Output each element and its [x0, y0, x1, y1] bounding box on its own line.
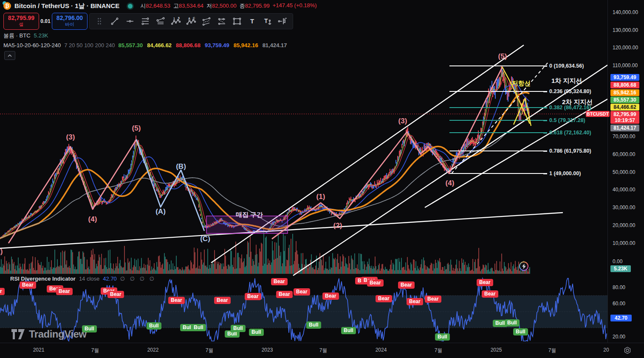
ohlc-item: 고83,534.64 [173, 2, 203, 10]
fib-level-label: 0.618 (72,162.40) [549, 130, 591, 136]
rsi-bear-label: Bear [0, 288, 5, 295]
chart-label: (A) [155, 207, 166, 216]
price-axis[interactable]: 140,000.00130,000.00120,000.00110,000.00… [607, 0, 644, 343]
buy-button[interactable]: 82,796.00 바이 [52, 13, 88, 30]
fib-level-label: 0.236 (95,324.80) [549, 88, 591, 94]
ma-legend[interactable]: MA5-10-20-60-120-240 7 20 50 100 200 240… [3, 42, 291, 48]
boost-button[interactable] [519, 261, 528, 271]
elliott-correction-wave-icon[interactable]: AC [185, 15, 198, 27]
time-tick: 7월 [206, 347, 214, 354]
rsi-bear-label: Bear [294, 288, 310, 295]
buy-price: 82,796.00 [56, 15, 83, 21]
rsi-bear-label: Bear [245, 293, 261, 300]
spread-value: 0.01 [39, 18, 52, 24]
ma-value: 93,759.49 [205, 42, 229, 48]
rsi-bear-label: Bear [376, 295, 392, 302]
time-tick: 2022 [147, 347, 159, 353]
rectangle-icon[interactable] [231, 15, 243, 27]
rsi-bull-label: Bull [191, 324, 206, 331]
volume-value: 5.23K [34, 32, 48, 39]
sell-label: 셀 [19, 21, 24, 28]
ma-value: 85,942.16 [234, 42, 258, 48]
bars-pattern-icon[interactable] [277, 15, 289, 27]
ma-value-badge: 84,466.62 [610, 104, 639, 111]
drag-handle-icon[interactable] [93, 15, 106, 27]
ma-value-badge: 85,942.16 [610, 89, 639, 96]
rsi-bull-label: Bull [341, 327, 356, 334]
anchored-text-icon[interactable]: T [261, 15, 274, 27]
ma-value: 84,466.62 [147, 42, 172, 48]
svg-text:1: 1 [173, 17, 175, 20]
market-status-icon[interactable] [128, 4, 133, 9]
volume-badge: 5.23K [610, 265, 631, 272]
rsi-tick: 20.00 [613, 334, 625, 340]
drawing-toolbar: 15 AC T T [89, 13, 293, 29]
time-tick: 2024 [376, 347, 387, 353]
time-tick: 20 [603, 347, 609, 353]
time-tick: 7월 [319, 347, 328, 354]
ma-values: 85,557.3084,466.6288,806.6893,759.4985,9… [118, 42, 291, 48]
chart-label: (3) [398, 117, 407, 125]
rsi-bear-label: Bear [482, 290, 498, 298]
horizontal-line-icon[interactable] [124, 15, 136, 27]
rsi-bear-label: Bear [398, 281, 415, 289]
rsi-bull-label: Bull [147, 322, 161, 330]
tradingview-watermark: TradingView [11, 328, 86, 340]
ohlc-item: 저82,500.00 [206, 2, 237, 10]
sell-button[interactable]: 82,795.99 셀 [3, 13, 39, 30]
fib-level-label: 0.382 (86,472.16) [549, 105, 591, 111]
trade-panel: 82,795.99 셀 0.01 82,796.00 바이 [3, 13, 88, 30]
rsi-hidden-values: ∅ ∅ ∅ ∅ [120, 276, 156, 282]
ohlc-values: 시82,648.53고83,534.64저82,500.00종82,795.99… [140, 2, 316, 10]
rsi-params: 14 close [79, 276, 99, 282]
symbol-title[interactable]: Bitcoin / TetherUS · 1날 · BINANCE [14, 2, 119, 10]
rsi-bull-label: Bull [249, 329, 264, 336]
time-tick: 7월 [548, 347, 556, 354]
rsi-bear-label: Bear [407, 298, 423, 305]
elliott-impulse-wave-icon[interactable]: 15 [169, 15, 182, 27]
rsi-value-badge: 42.70 [610, 315, 632, 321]
time-axis[interactable]: 20217월20227월20237월20247월20257월20 [0, 343, 644, 358]
rsi-tick: 80.00 [613, 284, 625, 290]
volume-legend[interactable]: 볼륨 · BTC 5.23K [3, 32, 48, 40]
parallel-channel-icon[interactable] [200, 15, 213, 27]
rsi-bear-label: Bear [107, 291, 124, 298]
rsi-bear-label: Bear [168, 297, 185, 304]
time-tick: 2021 [33, 347, 45, 353]
trend-line-icon[interactable] [108, 15, 121, 27]
price-tick: 60,000.00 [613, 151, 635, 157]
chart-label: 저항선 [512, 80, 531, 88]
rsi-bull-label: Bull [435, 333, 450, 341]
fib-level-label: 0.786 (61,975.80) [549, 148, 591, 154]
collapse-pane-button[interactable] [4, 51, 15, 60]
time-tick: 7월 [435, 347, 443, 354]
fib-level-label: 0.5 (79,317.28) [549, 117, 585, 123]
trend-fib-icon[interactable] [154, 15, 167, 27]
price-tick: 50,000.00 [613, 169, 635, 175]
svg-text:A: A [188, 17, 190, 20]
price-tick: 130,000.00 [613, 27, 638, 33]
flat-channel-icon[interactable] [215, 15, 228, 27]
price-tick: 10,000.00 [613, 240, 635, 246]
chart-window: ₿ Bitcoin / TetherUS · 1날 · BINANCE 시82,… [0, 0, 644, 358]
price-tick: 140,000.00 [613, 9, 638, 15]
tradingview-logo-icon [11, 328, 25, 340]
chart-label: (2) [333, 222, 342, 230]
time-tick: 7월 [91, 347, 99, 354]
change-value: +147.45 (+0.18%) [273, 2, 317, 10]
fib-retracement-icon[interactable] [139, 15, 152, 27]
chart-label: 매집 구간 [236, 211, 263, 219]
rsi-indicator-legend[interactable]: RSI Divergence Indicator 14 close 42.70 … [10, 276, 156, 282]
price-tick: 110,000.00 [613, 63, 638, 68]
text-icon[interactable]: T [246, 15, 259, 27]
fib-level-label: 1 (49,000.00) [549, 170, 581, 176]
rsi-bear-label: Bear [214, 297, 231, 304]
volume-label: 볼륨 · BTC [3, 32, 31, 40]
chart-label: (5) [498, 52, 507, 61]
rsi-bear-label: Bear [20, 281, 36, 289]
rsi-bull-label: Bull [306, 321, 321, 329]
rsi-bear-label: Bear [271, 278, 288, 285]
rsi-tick: 60.00 [613, 301, 625, 307]
axis-settings-icon[interactable] [624, 347, 631, 356]
ma-value-badge: 93,759.49 [610, 74, 639, 81]
